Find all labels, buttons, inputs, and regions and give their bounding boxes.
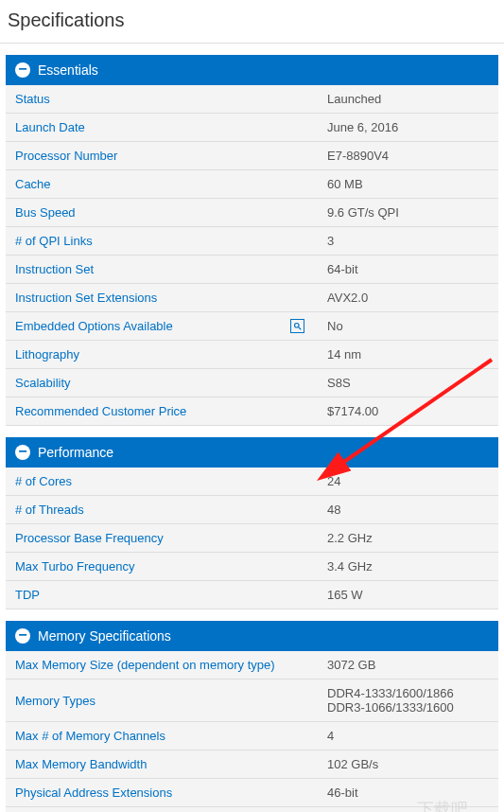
spec-label[interactable]: Processor Number: [6, 142, 318, 169]
spec-label[interactable]: Max Memory Bandwidth: [6, 750, 318, 778]
section-header[interactable]: Memory Specifications: [6, 621, 498, 651]
spec-value: Launched: [318, 85, 498, 113]
spec-row: Bus Speed9.6 GT/s QPI: [6, 199, 498, 227]
spec-label[interactable]: # of Cores: [6, 468, 318, 495]
section-header[interactable]: Essentials: [6, 55, 498, 85]
spec-row: ECC Memory Supported ‡Yes: [6, 807, 498, 812]
spec-value: 9.6 GT/s QPI: [318, 199, 498, 226]
spec-label-text: # of Cores: [15, 474, 72, 488]
spec-label[interactable]: Embedded Options Available: [6, 312, 318, 340]
spec-value: 3.4 GHz: [318, 553, 498, 580]
spec-value: 102 GB/s: [318, 750, 498, 778]
spec-label[interactable]: Physical Address Extensions: [6, 779, 318, 806]
spec-row: ScalabilityS8S: [6, 369, 498, 397]
spec-row: TDP165 W: [6, 581, 498, 609]
spec-row: Processor NumberE7-8890V4: [6, 142, 498, 170]
spec-label[interactable]: Processor Base Frequency: [6, 524, 318, 552]
spec-label[interactable]: Recommended Customer Price: [6, 397, 318, 425]
spec-value: June 6, 2016: [318, 114, 498, 141]
section-title: Memory Specifications: [38, 628, 171, 644]
spec-value: 64-bit: [318, 256, 498, 283]
spec-label[interactable]: Launch Date: [6, 114, 318, 141]
spec-value: No: [318, 312, 498, 340]
spec-label-text: Physical Address Extensions: [15, 786, 172, 800]
spec-value: 14 nm: [318, 341, 498, 368]
spec-label-text: Lithography: [15, 347, 79, 362]
spec-row: Physical Address Extensions46-bit: [6, 779, 498, 807]
spec-value: $7174.00: [318, 397, 498, 425]
spec-row: Launch DateJune 6, 2016: [6, 114, 498, 142]
spec-label[interactable]: Cache: [6, 170, 318, 198]
spec-section: EssentialsStatusLaunchedLaunch DateJune …: [0, 55, 504, 426]
spec-row: Lithography14 nm: [6, 341, 498, 369]
spec-value: 3: [318, 227, 498, 255]
spec-label[interactable]: Bus Speed: [6, 199, 318, 226]
spec-value: 46-bit: [318, 779, 498, 806]
spec-label[interactable]: TDP: [6, 581, 318, 609]
spec-label-text: Max Memory Bandwidth: [15, 757, 147, 771]
spec-value: 48: [318, 496, 498, 523]
spec-section: Performance# of Cores24# of Threads48Pro…: [0, 437, 504, 609]
section-title: Performance: [38, 445, 113, 460]
spec-value: S8S: [318, 369, 498, 397]
spec-label[interactable]: # of QPI Links: [6, 227, 318, 255]
spec-label[interactable]: Status: [6, 85, 318, 113]
spec-label[interactable]: ECC Memory Supported ‡: [6, 807, 318, 812]
spec-value: 4: [318, 722, 498, 750]
spec-row: # of Threads48: [6, 496, 498, 524]
spec-label-text: Processor Number: [15, 149, 117, 163]
spec-label[interactable]: # of Threads: [6, 496, 318, 523]
spec-row: Max # of Memory Channels4: [6, 722, 498, 750]
spec-value: 60 MB: [318, 170, 498, 198]
spec-row: Memory TypesDDR4-1333/1600/1866 DDR3-106…: [6, 680, 498, 722]
spec-row: Instruction Set64-bit: [6, 256, 498, 284]
spec-value: 24: [318, 468, 498, 495]
spec-label-text: Launch Date: [15, 120, 85, 134]
spec-label-text: Max Turbo Frequency: [15, 559, 134, 574]
section-title: Essentials: [38, 62, 98, 78]
spec-label[interactable]: Memory Types: [6, 680, 318, 721]
spec-label-text: Instruction Set Extensions: [15, 291, 157, 305]
spec-row: Max Turbo Frequency3.4 GHz: [6, 553, 498, 581]
spec-label-text: Embedded Options Available: [15, 319, 173, 333]
spec-label-text: Processor Base Frequency: [15, 531, 164, 545]
spec-label[interactable]: Instruction Set: [6, 256, 318, 283]
spec-label-text: Cache: [15, 177, 51, 191]
spec-value: 2.2 GHz: [318, 524, 498, 552]
spec-label-text: Max Memory Size (dependent on memory typ…: [15, 658, 275, 672]
spec-label[interactable]: Max # of Memory Channels: [6, 722, 318, 750]
spec-label-text: # of QPI Links: [15, 234, 93, 248]
spec-label[interactable]: Scalability: [6, 369, 318, 397]
svg-line-1: [299, 327, 302, 330]
spec-row: Processor Base Frequency2.2 GHz: [6, 524, 498, 553]
svg-point-0: [295, 324, 300, 328]
spec-row: StatusLaunched: [6, 85, 498, 114]
spec-value: DDR4-1333/1600/1866 DDR3-1066/1333/1600: [318, 680, 498, 721]
spec-label[interactable]: Max Turbo Frequency: [6, 553, 318, 580]
spec-label[interactable]: Instruction Set Extensions: [6, 284, 318, 311]
spec-value: 3072 GB: [318, 651, 498, 679]
spec-value: 165 W: [318, 581, 498, 609]
spec-row: Max Memory Size (dependent on memory typ…: [6, 651, 498, 680]
spec-label[interactable]: Lithography: [6, 341, 318, 368]
spec-label[interactable]: Max Memory Size (dependent on memory typ…: [6, 651, 318, 679]
spec-label-text: Max # of Memory Channels: [15, 729, 165, 743]
spec-label-text: Instruction Set: [15, 262, 94, 276]
spec-value: E7-8890V4: [318, 142, 498, 169]
spec-section: Memory SpecificationsMax Memory Size (de…: [0, 621, 504, 812]
spec-label-text: Memory Types: [15, 694, 96, 708]
spec-row: Recommended Customer Price$7174.00: [6, 397, 498, 426]
spec-row: # of QPI Links3: [6, 227, 498, 256]
spec-label-text: Scalability: [15, 376, 71, 390]
section-header[interactable]: Performance: [6, 437, 498, 468]
search-icon[interactable]: [290, 319, 304, 333]
spec-label-text: Bus Speed: [15, 205, 76, 220]
spec-value: Yes: [318, 807, 498, 812]
collapse-icon[interactable]: [15, 628, 30, 644]
collapse-icon[interactable]: [15, 62, 30, 78]
spec-row: Max Memory Bandwidth102 GB/s: [6, 750, 498, 779]
collapse-icon[interactable]: [15, 445, 30, 460]
spec-label-text: Recommended Customer Price: [15, 404, 186, 418]
spec-row: Embedded Options AvailableNo: [6, 312, 498, 341]
spec-label-text: Status: [15, 92, 50, 106]
